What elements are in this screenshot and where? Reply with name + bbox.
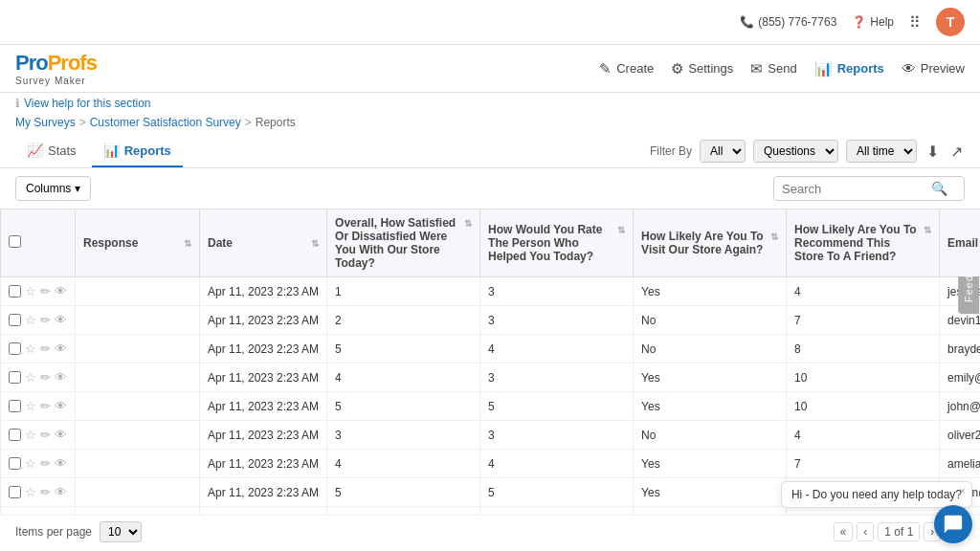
breadcrumb-my-surveys[interactable]: My Surveys (15, 116, 76, 129)
cell-q1-2: 5 (327, 335, 480, 364)
phone-icon: 📞 (740, 15, 754, 29)
star-icon-4[interactable]: ☆ (25, 399, 36, 413)
search-input[interactable] (782, 182, 925, 196)
cell-q3-1: No (634, 306, 787, 335)
search-icon: 🔍 (931, 181, 947, 196)
row-checkbox-7[interactable] (9, 486, 21, 498)
edit-icon-7[interactable]: ✏ (40, 485, 51, 499)
table-body: ☆ ✏ 👁 Apr 11, 2023 2:23 AM 1 3 Yes 4 jes… (1, 277, 981, 516)
chat-hint-close[interactable]: × (960, 485, 966, 496)
star-icon-8[interactable]: ☆ (25, 514, 36, 515)
star-icon-6[interactable]: ☆ (25, 456, 36, 471)
view-icon-8[interactable]: 👁 (55, 514, 67, 515)
cell-q2-0: 3 (480, 277, 634, 306)
cell-q2-4: 5 (480, 392, 634, 421)
settings-nav-btn[interactable]: ⚙ Settings (671, 60, 733, 77)
stats-tab-icon: 📈 (27, 143, 43, 158)
tab-reports[interactable]: 📊 Reports (92, 135, 183, 167)
download-btn[interactable]: ⬇ (924, 141, 941, 163)
first-page-btn[interactable]: « (834, 522, 854, 541)
items-per-page-select[interactable]: 10 25 50 (100, 521, 142, 542)
sort-icon-response[interactable]: ⇅ (184, 238, 191, 249)
cell-empty-7 (76, 478, 200, 507)
select-all-checkbox[interactable] (9, 235, 21, 248)
view-icon-2[interactable]: 👁 (55, 342, 67, 356)
edit-icon-2[interactable]: ✏ (40, 342, 51, 356)
cell-q4-2: 8 (787, 335, 940, 364)
row-checkbox-3[interactable] (9, 371, 21, 384)
cell-q2-1: 3 (480, 306, 634, 335)
sort-icon-q2[interactable]: ⇅ (617, 225, 625, 235)
sort-icon-q4[interactable]: ⇅ (924, 225, 931, 235)
row-checkbox-1[interactable] (9, 314, 21, 326)
cell-empty-5 (76, 421, 200, 450)
row-checkbox-4[interactable] (9, 400, 21, 412)
view-icon-4[interactable]: 👁 (55, 399, 67, 413)
cell-actions-4: ☆ ✏ 👁 (1, 392, 76, 421)
table-row: ☆ ✏ 👁 Apr 11, 2023 2:23 AM 1 3 Yes 4 jes… (1, 277, 981, 306)
prev-page-btn[interactable]: ‹ (857, 522, 874, 541)
cell-email-6: amelia@... (940, 450, 980, 478)
row-checkbox-5[interactable] (9, 429, 21, 441)
table-row: ☆ ✏ 👁 Apr 11, 2023 2:23 AM 5 4 No 8 bray… (1, 335, 981, 364)
preview-nav-btn[interactable]: 👁 Preview (902, 60, 965, 77)
star-icon-5[interactable]: ☆ (25, 428, 36, 442)
breadcrumb-customer-satisfaction[interactable]: Customer Satisfaction Survey (90, 116, 241, 129)
table-footer: Items per page 10 25 50 « ‹ 1 of 1 › » (0, 515, 980, 548)
sort-icon-date[interactable]: ⇅ (311, 238, 319, 249)
send-nav-btn[interactable]: ✉ Send (750, 60, 796, 77)
help-icon-top: ❓ (852, 15, 866, 29)
edit-icon-6[interactable]: ✏ (40, 456, 51, 471)
star-icon-2[interactable]: ☆ (25, 342, 36, 356)
cell-q3-2: No (634, 335, 787, 364)
preview-label: Preview (921, 61, 965, 76)
star-icon-0[interactable]: ☆ (25, 284, 36, 298)
columns-button[interactable]: Columns ▾ (15, 176, 91, 201)
view-icon-1[interactable]: 👁 (55, 313, 67, 327)
table-header-row: Response ⇅ Date ⇅ Overall, How Satisfied… (1, 209, 981, 277)
cell-empty-0 (76, 277, 200, 306)
reports-nav-btn[interactable]: 📊 Reports (814, 60, 884, 77)
tabs: 📈 Stats 📊 Reports (15, 135, 183, 167)
edit-icon-4[interactable]: ✏ (40, 399, 51, 413)
edit-icon-0[interactable]: ✏ (40, 284, 51, 298)
filter-time-select[interactable]: All time (846, 140, 917, 163)
row-checkbox-0[interactable] (9, 285, 21, 298)
filter-all-select[interactable]: All (700, 140, 746, 163)
cell-q3-5: No (634, 421, 787, 450)
cell-actions-8: ☆ ✏ 👁 (1, 507, 76, 516)
star-icon-7[interactable]: ☆ (25, 485, 36, 499)
row-checkbox-6[interactable] (9, 457, 21, 470)
logo-product: Survey Maker (15, 76, 97, 86)
view-icon-7[interactable]: 👁 (55, 485, 67, 499)
cell-email-5: oliver21@... (940, 421, 980, 450)
row-checkbox-2[interactable] (9, 342, 21, 355)
cell-q2-7: 5 (480, 478, 634, 507)
view-icon-0[interactable]: 👁 (55, 284, 67, 298)
help-link-label[interactable]: View help for this section (24, 97, 151, 110)
view-icon-6[interactable]: 👁 (55, 456, 67, 471)
edit-icon-1[interactable]: ✏ (40, 313, 51, 327)
filter-questions-select[interactable]: Questions (753, 140, 838, 163)
view-icon-5[interactable]: 👁 (55, 428, 67, 442)
star-icon-1[interactable]: ☆ (25, 313, 36, 327)
cell-date-0: Apr 11, 2023 2:23 AM (200, 277, 327, 306)
avatar[interactable]: T (936, 8, 965, 36)
star-icon-3[interactable]: ☆ (25, 370, 36, 385)
create-nav-btn[interactable]: ✎ Create (599, 60, 654, 77)
sort-icon-q1[interactable]: ⇅ (464, 218, 472, 229)
edit-icon-3[interactable]: ✏ (40, 370, 51, 385)
top-bar: 📞 (855) 776-7763 ❓ Help ⠿ T (0, 0, 980, 45)
th-response: Response ⇅ (76, 209, 200, 277)
help-link-top[interactable]: ❓ Help (852, 15, 894, 29)
grid-icon[interactable]: ⠿ (909, 13, 921, 32)
cell-q3-8: Yes (634, 507, 787, 516)
chat-bubble[interactable] (934, 505, 972, 543)
share-btn[interactable]: ↗ (948, 141, 965, 163)
sort-icon-q3[interactable]: ⇅ (770, 231, 778, 242)
view-icon-3[interactable]: 👁 (55, 370, 67, 385)
th-q3: How Likely Are You To Visit Our Store Ag… (634, 209, 787, 277)
edit-icon-8[interactable]: ✏ (40, 514, 51, 515)
edit-icon-5[interactable]: ✏ (40, 428, 51, 442)
tab-stats[interactable]: 📈 Stats (15, 135, 88, 167)
